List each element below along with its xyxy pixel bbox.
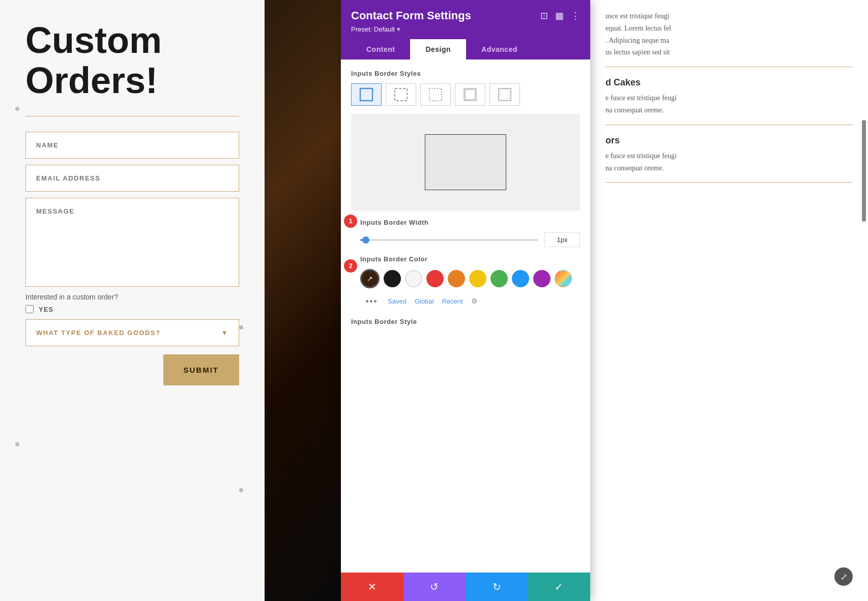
background-image-panel <box>265 0 341 601</box>
interested-label: Interested in a custom order? <box>25 293 239 301</box>
border-dotted-btn[interactable] <box>420 83 451 106</box>
yes-checkbox-label[interactable]: YES <box>25 305 239 313</box>
section1-text1: e fusce est tristique feugi <box>605 94 677 102</box>
message-input[interactable] <box>25 198 239 287</box>
border-color-section: 2 Inputs Border Color ↗ <box>351 255 580 310</box>
baked-goods-dropdown[interactable]: WHAT TYPE OF BAKED GOODS? ▼ <box>25 319 239 346</box>
redo-button[interactable]: ↻ <box>466 573 528 601</box>
tab-content[interactable]: Content <box>351 39 410 59</box>
border-preview-area <box>351 114 580 211</box>
color-purple[interactable] <box>533 270 551 287</box>
dot-marker <box>15 107 19 111</box>
color-black[interactable] <box>384 270 401 287</box>
drag-icon: ⤢ <box>841 572 847 582</box>
color-footer: Saved Global Recent ⚙ <box>360 292 580 310</box>
right-text1: usce est tristique feugi <box>605 12 670 20</box>
dot2 <box>370 300 372 303</box>
section2-text1: e fusce est tristique feugi <box>605 152 677 160</box>
saved-link[interactable]: Saved <box>388 297 407 305</box>
modal-header: Contact Form Settings ⊡ ▦ ⋮ Preset: Defa… <box>341 0 590 59</box>
border-dashed-btn[interactable] <box>386 83 416 106</box>
section2-text2: na consequat oreme. <box>605 164 664 172</box>
columns-icon[interactable]: ▦ <box>555 10 564 21</box>
svg-rect-4 <box>465 89 475 100</box>
step1-badge: 1 <box>344 215 357 228</box>
border-width-label: Inputs Border Width <box>360 219 580 226</box>
dot1 <box>366 300 368 303</box>
right-panel: usce est tristique feugi equat. Lorem le… <box>590 0 868 601</box>
section1-text2: na consequat oreme. <box>605 106 664 114</box>
checkbox-section: Interested in a custom order? YES <box>25 293 239 313</box>
left-panel: Custom Orders! Interested in a custom or… <box>0 0 265 601</box>
global-link[interactable]: Global <box>415 297 434 305</box>
dot-marker <box>239 325 243 329</box>
confirm-button[interactable]: ✓ <box>528 573 591 601</box>
tab-design[interactable]: Design <box>410 39 466 59</box>
responsive-icon[interactable]: ⊡ <box>540 10 548 21</box>
preset-selector[interactable]: Preset: Default ▾ <box>351 25 580 33</box>
right-text3: . Adipiscing neque ma <box>605 37 669 44</box>
dropdown-label: WHAT TYPE OF BAKED GOODS? <box>36 329 161 337</box>
settings-icon[interactable]: ⚙ <box>471 297 478 306</box>
border-dashed-icon <box>394 87 408 102</box>
color-yellow[interactable] <box>469 270 486 287</box>
color-gradient[interactable] <box>555 270 572 287</box>
email-input[interactable] <box>25 165 239 192</box>
more-options-icon[interactable]: ⋮ <box>571 10 580 21</box>
undo-button[interactable]: ↺ <box>403 573 466 601</box>
modal-title-row: Contact Form Settings ⊡ ▦ ⋮ <box>351 9 580 22</box>
color-red[interactable] <box>426 270 444 287</box>
dot3 <box>374 300 377 303</box>
border-color-label: Inputs Border Color <box>360 255 580 263</box>
tab-advanced[interactable]: Advanced <box>466 39 533 59</box>
right-divider3 <box>605 182 853 183</box>
settings-modal: Contact Form Settings ⊡ ▦ ⋮ Preset: Defa… <box>341 0 590 601</box>
right-text2: equat. Lorem lectus fel <box>605 24 671 32</box>
border-style-label: Inputs Border Style <box>351 318 580 325</box>
slider-row <box>360 232 580 247</box>
modal-body: Inputs Border Styles <box>341 59 590 573</box>
yes-label: YES <box>39 306 53 313</box>
right-section1-text: e fusce est tristique feugi na consequat… <box>605 92 853 116</box>
border-double-btn[interactable] <box>455 83 485 106</box>
preview-inner-box <box>425 134 506 190</box>
svg-rect-6 <box>500 90 509 99</box>
undo-icon: ↺ <box>430 581 439 593</box>
color-swatches: ↗ <box>360 269 580 288</box>
color-picker-active[interactable]: ↗ <box>360 269 380 288</box>
confirm-icon: ✓ <box>555 581 563 593</box>
color-white[interactable] <box>405 270 422 287</box>
svg-rect-3 <box>464 88 476 101</box>
slider-track[interactable] <box>360 239 538 241</box>
cancel-button[interactable]: ✕ <box>341 573 403 601</box>
modal-footer: ✕ ↺ ↻ ✓ <box>341 573 590 601</box>
name-input[interactable] <box>25 132 239 159</box>
dot-marker <box>239 488 243 492</box>
cancel-icon: ✕ <box>368 581 377 593</box>
more-colors-btn[interactable] <box>362 292 380 310</box>
border-solid-btn[interactable] <box>351 83 382 106</box>
modal-tabs: Content Design Advanced <box>351 39 580 59</box>
color-orange[interactable] <box>448 270 465 287</box>
slider-thumb[interactable] <box>362 236 369 244</box>
scroll-handle-icon[interactable]: ⤢ <box>834 567 853 586</box>
submit-button[interactable]: SUBMIT <box>163 354 240 385</box>
svg-rect-0 <box>360 88 372 101</box>
color-blue[interactable] <box>512 270 529 287</box>
modal-header-icons: ⊡ ▦ ⋮ <box>540 10 580 21</box>
yes-checkbox[interactable] <box>25 305 34 313</box>
border-width-input[interactable] <box>544 232 580 247</box>
title-divider <box>25 116 239 116</box>
border-style-row <box>351 83 580 106</box>
svg-rect-2 <box>429 88 442 101</box>
color-green[interactable] <box>490 270 508 287</box>
eyedropper-icon: ↗ <box>367 275 373 283</box>
border-groove-btn[interactable] <box>489 83 520 106</box>
scroll-bar[interactable] <box>862 120 866 222</box>
right-text-top: usce est tristique feugi equat. Lorem le… <box>605 10 853 58</box>
modal-title: Contact Form Settings <box>351 9 471 22</box>
svg-rect-1 <box>395 88 407 101</box>
recent-link[interactable]: Recent <box>442 297 462 305</box>
right-section2-title: ors <box>605 135 853 146</box>
border-width-section: 1 Inputs Border Width <box>351 219 580 247</box>
